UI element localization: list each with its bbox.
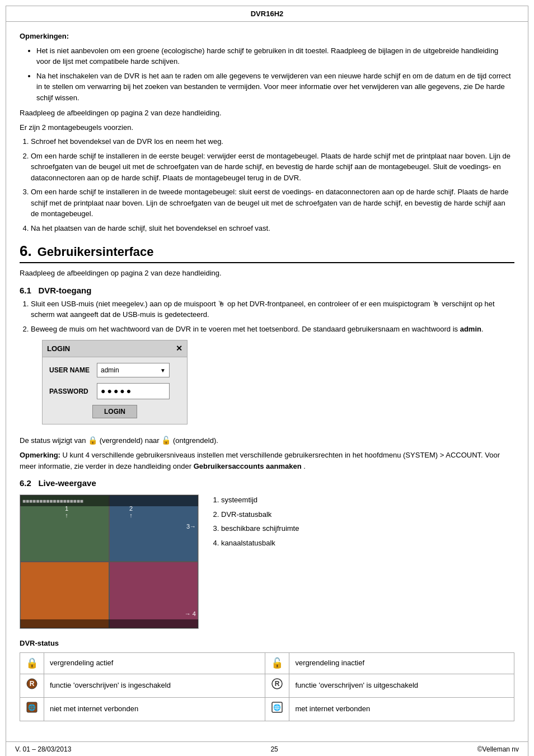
text-overwrite-on: functie 'overschrijven' is ingeschakeld (44, 674, 265, 697)
svg-text:R: R (30, 680, 35, 688)
table-row: R functie 'overschrijven' is ingeschakel… (20, 674, 514, 697)
arrow-3: 3 → (186, 523, 196, 530)
login-box: LOGIN ✕ USER NAME admin ▼ (42, 340, 188, 424)
page-header: DVR16H2 (6, 6, 528, 22)
password-label: PASSWORD (49, 386, 97, 396)
section-61-heading: 6.1 DVR-toegang (20, 286, 514, 295)
notes-para2: Er zijn 2 montagebeugels voorzien. (20, 122, 514, 133)
table-row: 🔒 vergrendeling actief 🔓 vergrendeling i… (20, 652, 514, 674)
footer-copyright: ©Velleman nv (477, 745, 519, 753)
page-wrapper: DVR16H2 Opmerkingen: Het is niet aanbevo… (6, 6, 528, 756)
password-row: PASSWORD ●●●●● (49, 383, 180, 399)
login-box-wrapper: LOGIN ✕ USER NAME admin ▼ (42, 340, 188, 424)
bullet-item: Het is niet aanbevolen om een groene (ec… (36, 45, 514, 67)
close-icon[interactable]: ✕ (176, 343, 182, 354)
arrow-2: 2 ↑ (129, 505, 133, 519)
text-lock-active: vergrendeling actief (44, 652, 265, 674)
account-note: Opmerking: U kunt 4 verschillende gebrui… (20, 450, 514, 472)
page-title: DVR16H2 (251, 10, 284, 18)
status-note-text: De status wijzigt van 🔒 (vergrendeld) na… (20, 436, 218, 445)
note-bold-label: Opmerking: (20, 451, 60, 459)
password-input[interactable]: ●●●●● (97, 383, 170, 399)
arrow-4-label: → 4 (185, 610, 196, 617)
page-content: Opmerkingen: Het is niet aanbevolen om e… (6, 22, 528, 730)
unlocked-icon: 🔓 (161, 436, 171, 445)
icon-overwrite-off: R (265, 674, 289, 697)
section-61-number: 6.1 (20, 286, 31, 295)
notes-title: Opmerkingen: (20, 31, 514, 42)
section-62-title: Live-weergave (38, 478, 96, 488)
icon-no-internet: 🌐 (20, 697, 44, 721)
icon-overwrite-on: R (20, 674, 44, 697)
dvr-step-1-text: Sluit een USB-muis (niet meegelev.) aan … (31, 300, 495, 319)
step-1: Schroef het bovendeksel van de DVR los e… (31, 136, 514, 147)
login-box-body: USER NAME admin ▼ PASSWORD ●●●●● (43, 357, 187, 424)
footer-page-number: 25 (270, 745, 278, 753)
username-row: USER NAME admin ▼ (49, 363, 180, 377)
text-lock-inactive: vergrendeling inactief (289, 652, 514, 674)
mouse-port-icon: 🖱 (218, 300, 225, 308)
step-4: Na het plaatsen van de harde schijf, slu… (31, 223, 514, 234)
camera-cell-4 (109, 562, 198, 628)
overwrite-off-icon: R (271, 678, 283, 690)
arrow-4: → 4 (185, 610, 196, 617)
section-6-title: Gebruikersinterface (38, 245, 154, 259)
overwrite-on-icon: R (26, 678, 38, 690)
login-box-header: LOGIN ✕ (43, 340, 187, 357)
dvr-status-table: 🔒 vergrendeling actief 🔓 vergrendeling i… (20, 652, 514, 722)
live-item-2: DVR-statusbalk (221, 509, 514, 520)
install-steps: Schroef het bovendeksel van de DVR los e… (31, 136, 514, 234)
username-input[interactable]: admin ▼ (97, 363, 170, 377)
live-view-list: systeemtijd DVR-statusbalk beschikbare s… (210, 494, 514, 629)
login-button[interactable]: LOGIN (92, 405, 137, 418)
dvr-status-title: DVR-status (20, 638, 514, 649)
table-row: 🌐 niet met internet verbonden 🌐 met inte… (20, 697, 514, 721)
login-title: LOGIN (47, 343, 70, 354)
locked-icon: 🔒 (88, 436, 97, 445)
dvr-access-steps: Sluit een USB-muis (niet meegelev.) aan … (31, 298, 514, 431)
live-view-image: ■■■■■■■■■■■■■■■■■■ 1 ↑ 2 ↑ 3 → → 4 (20, 494, 199, 629)
login-btn-row: LOGIN (49, 405, 180, 418)
section-6-number: 6. (20, 242, 32, 260)
arrow-2-label: 2 (129, 505, 133, 512)
arrow-1-label: 1 (65, 505, 68, 512)
icon-lock-inactive: 🔓 (265, 652, 289, 674)
notes-section: Opmerkingen: Het is niet aanbevolen om e… (20, 31, 514, 234)
text-no-internet: niet met internet verbonden (44, 697, 265, 721)
section-61-title: DVR-toegang (38, 286, 91, 295)
status-note: De status wijzigt van 🔒 (vergrendeld) na… (20, 435, 514, 446)
note-end: . (303, 462, 306, 470)
note-link: Gebruikersaccounts aanmaken (194, 462, 302, 470)
icon-lock-active: 🔒 (20, 652, 44, 674)
section-62-number: 6.2 (20, 478, 31, 488)
username-label: USER NAME (49, 365, 97, 375)
internet-icon: 🌐 (271, 701, 283, 713)
dropdown-arrow-icon: ▼ (160, 366, 166, 375)
live-item-3: beschikbare schijfruimte (221, 523, 514, 534)
live-view-section: ■■■■■■■■■■■■■■■■■■ 1 ↑ 2 ↑ 3 → → 4 (20, 494, 514, 629)
page-footer: V. 01 – 28/03/2013 25 ©Velleman nv (6, 741, 528, 756)
section-62-heading: 6.2 Live-weergave (20, 478, 514, 488)
step-2: Om een harde schijf te installeren in de… (31, 151, 514, 184)
dvr-step-2-text: Beweeg de muis om het wachtwoord van de … (31, 325, 484, 333)
bullet-item: Na het inschakelen van de DVR is het aan… (36, 71, 514, 104)
status-bar-top: ■■■■■■■■■■■■■■■■■■ (20, 495, 198, 506)
notes-bullets: Het is niet aanbevolen om een groene (ec… (36, 45, 514, 104)
arrow-1: 1 ↑ (65, 505, 68, 519)
status-bar-top-text: ■■■■■■■■■■■■■■■■■■ (22, 498, 83, 504)
password-value: ●●●●● (101, 385, 133, 397)
no-internet-icon: 🌐 (26, 701, 38, 713)
icon-internet: 🌐 (265, 697, 289, 721)
svg-text:R: R (275, 680, 280, 688)
camera-grid (20, 495, 198, 628)
text-overwrite-off: functie 'overschrijven' is uitgeschakeld (289, 674, 514, 697)
step-3: Om een harde schijf te installeren in de… (31, 186, 514, 220)
dvr-step-2: Beweeg de muis om het wachtwoord van de … (31, 324, 514, 431)
section-6-intro: Raadpleeg de afbeeldingen op pagina 2 va… (20, 268, 514, 279)
footer-version: V. 01 – 28/03/2013 (15, 745, 71, 753)
dvr-status-tbody: 🔒 vergrendeling actief 🔓 vergrendeling i… (20, 652, 514, 721)
dvr-step-1: Sluit een USB-muis (niet meegelev.) aan … (31, 298, 514, 320)
notes-para1: Raadpleeg de afbeeldingen op pagina 2 va… (20, 108, 514, 119)
status-bar-bottom (20, 619, 198, 628)
dvr-status-section: DVR-status 🔒 vergrendeling actief 🔓 verg… (20, 638, 514, 721)
